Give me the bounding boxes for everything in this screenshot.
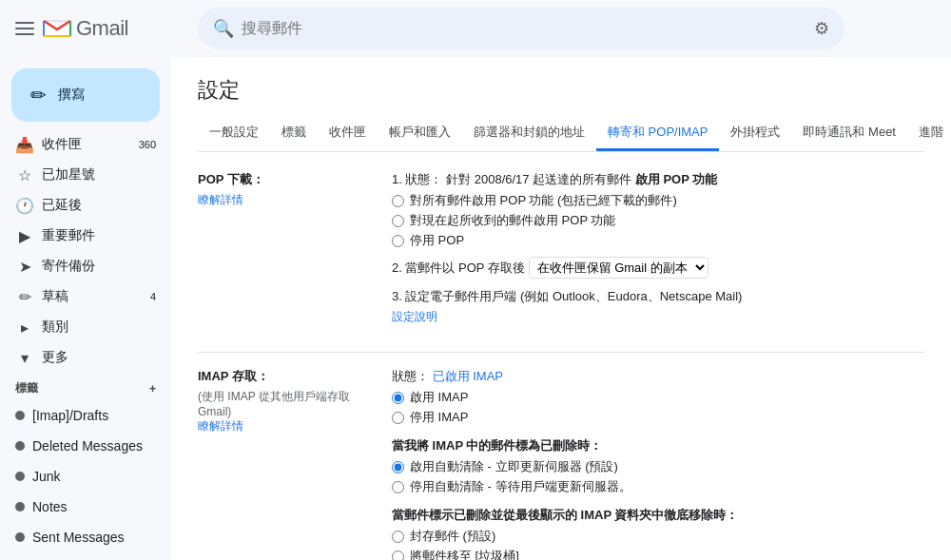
compose-button[interactable]: ✏ 撰寫 xyxy=(11,68,160,122)
pop-after-select[interactable]: 在收件匣保留 Gmail 的副本 xyxy=(529,257,708,279)
categories-icon: ▸ xyxy=(15,319,34,337)
pop-item3-title: 3. 設定電子郵件用戶端 (例如 Outlook、Eudora、Netscape… xyxy=(392,289,742,303)
sidebar-item-important[interactable]: ▶ 重要郵件 xyxy=(0,221,171,251)
more-icon: ▾ xyxy=(15,349,34,367)
label-imap-drafts[interactable]: [Imap]/Drafts xyxy=(0,400,171,431)
label-dot xyxy=(15,441,25,451)
imap-purge-group: 封存郵件 (預設) 將郵件移至 [垃圾桶] 立即永久刪除郵件 xyxy=(392,528,924,560)
main-layout: ✏ 撰寫 📥 收件匣 360 ☆ 已加星號 🕐 已延後 ▶ 重要郵件 ➤ 寄件備… xyxy=(0,57,951,560)
tab-addons[interactable]: 外掛程式 xyxy=(719,116,791,151)
imap-learn-more[interactable]: 瞭解詳情 xyxy=(198,419,243,433)
sidebar-item-categories[interactable]: ▸ 類別 xyxy=(0,312,171,342)
search-input[interactable] xyxy=(242,20,806,37)
important-icon: ▶ xyxy=(15,227,34,245)
label-deleted-text: Deleted Messages xyxy=(32,438,143,454)
pop-item1-action: 啟用 POP 功能 xyxy=(635,172,717,186)
tab-inbox[interactable]: 收件匣 xyxy=(318,116,378,151)
label-dot xyxy=(15,411,25,420)
tab-general[interactable]: 一般設定 xyxy=(198,116,270,151)
more-label: 更多 xyxy=(42,349,68,366)
divider-1 xyxy=(198,352,924,353)
gmail-logo: Gmail xyxy=(42,13,128,44)
starred-icon: ☆ xyxy=(15,166,34,184)
important-label: 重要郵件 xyxy=(42,227,95,244)
search-icon: 🔍 xyxy=(213,18,234,39)
imap-mark-radio-2[interactable]: 停用自動清除 - 等待用戶端更新伺服器。 xyxy=(392,478,924,495)
inbox-label: 收件匣 xyxy=(42,136,82,153)
label-notes[interactable]: Notes xyxy=(0,492,171,522)
menu-icon[interactable] xyxy=(15,19,34,38)
imap-content: 狀態： 已啟用 IMAP 啟用 IMAP 停用 IMAP 當我將 IMAP 中的… xyxy=(392,368,924,560)
pop-radio-1-label: 對所有郵件啟用 POP 功能 (包括已經下載的郵件) xyxy=(410,192,677,209)
pop-radio-1[interactable]: 對所有郵件啟用 POP 功能 (包括已經下載的郵件) xyxy=(392,192,924,209)
imap-enable-group: 啟用 IMAP 停用 IMAP xyxy=(392,389,924,426)
starred-label: 已加星號 xyxy=(42,166,95,183)
pop-content: 1. 狀態： 針對 2008/6/17 起送達的所有郵件 啟用 POP 功能 對… xyxy=(392,171,924,325)
page-title: 設定 xyxy=(198,76,924,105)
pop-item1-title: 1. 狀態： xyxy=(392,172,442,186)
pop-radio-group: 對所有郵件啟用 POP 功能 (包括已經下載的郵件) 對現在起所收到的郵件啟用 … xyxy=(392,192,924,249)
imap-radio-enable-label: 啟用 IMAP xyxy=(410,389,468,406)
inbox-badge: 360 xyxy=(139,139,156,150)
pop-radio-2[interactable]: 對現在起所收到的郵件啟用 POP 功能 xyxy=(392,212,924,229)
tab-forwarding[interactable]: 轉寄和 POP/IMAP xyxy=(596,116,719,151)
imap-label-title: IMAP 存取： xyxy=(198,368,369,385)
tab-accounts[interactable]: 帳戶和匯入 xyxy=(378,116,462,151)
sidebar-item-more[interactable]: ▾ 更多 xyxy=(0,342,171,373)
pop-item2-title: 2. 當郵件以 POP 存取後 xyxy=(392,261,525,275)
sidebar-item-inbox[interactable]: 📥 收件匣 360 xyxy=(0,129,171,160)
pop-section: POP 下載： 瞭解詳情 1. 狀態： 針對 2008/6/17 起送達的所有郵… xyxy=(198,171,924,325)
imap-mark-group: 啟用自動清除 - 立即更新伺服器 (預設) 停用自動清除 - 等待用戶端更新伺服… xyxy=(392,458,924,495)
pop-setup-link[interactable]: 設定說明 xyxy=(392,310,437,323)
sidebar-item-snoozed[interactable]: 🕐 已延後 xyxy=(0,190,171,221)
filter-icon[interactable]: ⚙ xyxy=(814,18,829,39)
sent-icon: ➤ xyxy=(15,258,34,276)
label-dot xyxy=(15,502,25,512)
imap-mark-radio-1[interactable]: 啟用自動清除 - 立即更新伺服器 (預設) xyxy=(392,458,924,475)
label-dot xyxy=(15,532,25,542)
labels-title: 標籤 xyxy=(15,380,38,396)
imap-purge-radio-1[interactable]: 封存郵件 (預設) xyxy=(392,528,924,545)
compose-icon: ✏ xyxy=(30,84,47,106)
tab-labels[interactable]: 標籤 xyxy=(270,116,318,151)
label-sent-messages-text: Sent Messages xyxy=(32,530,125,545)
drafts-badge: 4 xyxy=(150,291,156,302)
label-junk-text: Junk xyxy=(32,469,61,484)
label-sent-messages[interactable]: Sent Messages xyxy=(0,522,171,552)
imap-purge-radio-2-label: 將郵件移至 [垃圾桶] xyxy=(410,548,519,560)
pop-after-line: 2. 當郵件以 POP 存取後 在收件匣保留 Gmail 的副本 xyxy=(392,257,924,279)
label-deleted[interactable]: Deleted Messages xyxy=(0,431,171,461)
settings-tabs: 一般設定 標籤 收件匣 帳戶和匯入 篩選器和封鎖的地址 轉寄和 POP/IMAP… xyxy=(198,116,924,152)
imap-radio-disable[interactable]: 停用 IMAP xyxy=(392,409,924,426)
sidebar-item-drafts[interactable]: ✏ 草稿 4 xyxy=(0,281,171,312)
label-imap-drafts-text: [Imap]/Drafts xyxy=(32,408,108,423)
pop-learn-more[interactable]: 瞭解詳情 xyxy=(198,193,243,206)
imap-mark-radio-2-label: 停用自動清除 - 等待用戶端更新伺服器。 xyxy=(410,478,631,495)
drafts-icon: ✏ xyxy=(15,288,34,306)
pop-client-line: 3. 設定電子郵件用戶端 (例如 Outlook、Eudora、Netscape… xyxy=(392,288,924,305)
tab-advanced[interactable]: 進階 xyxy=(907,116,951,151)
imap-status-value: 已啟用 IMAP xyxy=(433,369,503,383)
imap-section-label: IMAP 存取： (使用 IMAP 從其他用戶端存取 Gmail) 瞭解詳情 xyxy=(198,368,369,560)
tab-filters[interactable]: 篩選器和封鎖的地址 xyxy=(462,116,596,151)
imap-purge-radio-1-label: 封存郵件 (預設) xyxy=(410,528,495,545)
imap-purge-radio-2[interactable]: 將郵件移至 [垃圾桶] xyxy=(392,548,924,560)
imap-radio-disable-label: 停用 IMAP xyxy=(410,409,468,426)
imap-radio-enable[interactable]: 啟用 IMAP xyxy=(392,389,924,406)
topbar-left: Gmail xyxy=(15,13,186,44)
search-bar: 🔍 ⚙ xyxy=(198,8,844,49)
pop-label-title: POP 下載： xyxy=(198,171,369,188)
labels-add-icon[interactable]: + xyxy=(149,382,156,396)
pop-radio-3[interactable]: 停用 POP xyxy=(392,232,924,249)
imap-mark-radio-1-label: 啟用自動清除 - 立即更新伺服器 (預設) xyxy=(410,458,618,475)
sidebar-item-sent[interactable]: ➤ 寄件備份 xyxy=(0,251,171,281)
imap-label-sub: (使用 IMAP 從其他用戶端存取 Gmail) xyxy=(198,389,369,418)
imap-section: IMAP 存取： (使用 IMAP 從其他用戶端存取 Gmail) 瞭解詳情 狀… xyxy=(198,368,924,560)
gmail-logo-svg xyxy=(42,13,72,44)
label-junk[interactable]: Junk xyxy=(0,461,171,492)
tab-chat[interactable]: 即時通訊和 Meet xyxy=(791,116,907,151)
snoozed-icon: 🕐 xyxy=(15,197,34,215)
imap-mark-title: 當我將 IMAP 中的郵件標為已刪除時： xyxy=(392,437,924,454)
sidebar-item-starred[interactable]: ☆ 已加星號 xyxy=(0,160,171,190)
snoozed-label: 已延後 xyxy=(42,197,82,214)
